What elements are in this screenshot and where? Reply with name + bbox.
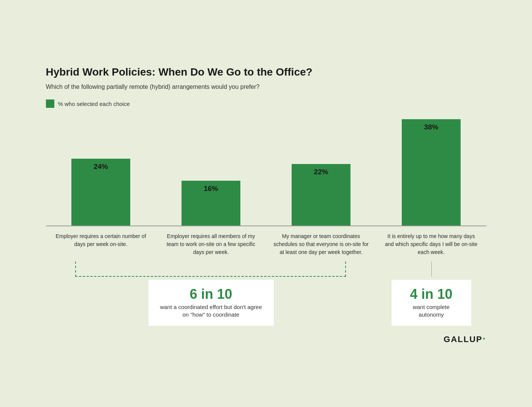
bar-4: 38%	[402, 119, 461, 226]
gallup-logo: GALLUP·	[444, 334, 486, 344]
bar-col-4: 38%	[376, 119, 486, 226]
annotation-right-card: 4 in 10 want complete autonomy	[392, 280, 471, 325]
legend: % who selected each choice	[46, 99, 486, 108]
dashed-bracket-left	[75, 262, 346, 277]
bar-col-1: 24%	[46, 119, 156, 226]
bar-2-label: 16%	[204, 185, 218, 193]
legend-color-box	[46, 99, 54, 108]
bars-container: 24% 16% 22%	[46, 119, 486, 226]
bar-descriptions: Employer requires a certain number of da…	[46, 226, 486, 256]
bar-col-3: 22%	[266, 119, 376, 226]
annotation-left-big: 6 in 10	[157, 287, 265, 302]
bar-4-description: It is entirely up to me how many days an…	[376, 226, 486, 256]
bar-1: 24%	[71, 159, 130, 226]
legend-label: % who selected each choice	[58, 101, 130, 107]
vertical-line-right	[431, 262, 432, 277]
bar-3: 22%	[292, 164, 350, 226]
annotation-right-big: 4 in 10	[400, 287, 463, 302]
bar-1-label: 24%	[93, 162, 108, 171]
annotation-left-small: want a coordinated effort but don't agre…	[157, 303, 265, 319]
bar-2: 16%	[182, 181, 240, 226]
bar-4-label: 38%	[424, 123, 438, 131]
annotation-left-area: 6 in 10 want a coordinated effort but do…	[46, 262, 376, 325]
bar-col-2: 16%	[156, 119, 266, 226]
gallup-dot: ·	[483, 333, 486, 344]
gallup-logo-area: GALLUP·	[46, 333, 486, 345]
annotation-area: 6 in 10 want a coordinated effort but do…	[46, 262, 486, 325]
annotation-right-small: want complete autonomy	[400, 303, 463, 319]
gallup-text: GALLUP	[444, 334, 482, 344]
bar-2-description: Employer requires all members of my team…	[156, 226, 266, 256]
bar-3-label: 22%	[314, 168, 328, 176]
bar-1-description: Employer requires a certain number of da…	[46, 226, 156, 256]
main-title: Hybrid Work Policies: When Do We Go to t…	[46, 66, 486, 78]
subtitle: Which of the following partially remote …	[46, 84, 486, 90]
bar-3-description: My manager or team coordinates schedules…	[266, 226, 376, 256]
chart-container: Hybrid Work Policies: When Do We Go to t…	[23, 47, 509, 360]
annotation-right-area: 4 in 10 want complete autonomy	[376, 262, 486, 325]
annotation-left-card: 6 in 10 want a coordinated effort but do…	[148, 280, 274, 325]
